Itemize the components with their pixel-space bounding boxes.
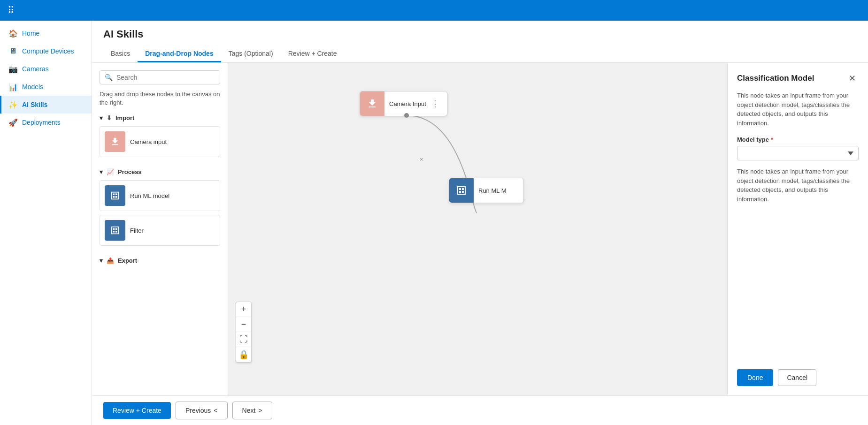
compute-devices-icon: 🖥 <box>9 47 17 55</box>
canvas-area[interactable]: × Camera Input ⋮ Run ML M <box>228 63 727 395</box>
model-type-dropdown[interactable] <box>737 146 859 160</box>
node-group-import: ▾ ⬇ Import Camera input <box>100 114 220 161</box>
sidebar-item-label-deployments: Deployments <box>22 119 61 126</box>
search-box[interactable]: 🔍 <box>100 70 220 84</box>
next-label: Next <box>242 407 256 414</box>
zoom-out-button[interactable]: − <box>236 317 251 332</box>
sidebar-item-compute-devices[interactable]: 🖥 Compute Devices <box>0 42 92 60</box>
right-panel-header: Classification Model ✕ <box>737 72 859 84</box>
canvas-camera-input-dots[interactable]: ⋮ <box>431 99 439 109</box>
camera-input-label: Camera input <box>130 138 167 145</box>
cameras-icon: 📷 <box>9 65 17 73</box>
previous-button[interactable]: Previous < <box>176 402 228 419</box>
sidebar-item-label-cameras: Cameras <box>22 65 49 73</box>
import-group-label: Import <box>115 114 134 121</box>
app-dots-icon: ⠿ <box>8 5 15 16</box>
tab-bar: Basics Drag-and-Drop Nodes Tags (Optiona… <box>103 46 857 62</box>
collapse-import-icon: ▾ <box>100 114 103 121</box>
canvas-node-camera-input[interactable]: Camera Input ⋮ <box>360 91 447 116</box>
canvas-svg: × <box>228 63 727 395</box>
import-group-icon: ⬇ <box>107 114 112 121</box>
drag-hint: Drag and drop these nodes to the canvas … <box>100 90 220 107</box>
canvas-download-icon <box>367 98 378 109</box>
next-button[interactable]: Next > <box>232 402 272 419</box>
canvas-run-ml-icon <box>449 178 474 203</box>
done-button[interactable]: Done <box>737 369 773 386</box>
page-title: AI Skills <box>103 28 857 40</box>
filter-icon <box>110 225 120 235</box>
tab-drag-drop[interactable]: Drag-and-Drop Nodes <box>138 46 221 62</box>
models-icon: 📊 <box>9 83 17 91</box>
panel-footer: Done Cancel <box>737 360 859 386</box>
sidebar-item-label-compute: Compute Devices <box>22 47 74 55</box>
previous-icon: < <box>214 407 217 414</box>
content-area: AI Skills Basics Drag-and-Drop Nodes Tag… <box>92 21 868 425</box>
sidebar-item-ai-skills[interactable]: ✨ AI Skills <box>0 96 92 114</box>
group-header-import[interactable]: ▾ ⬇ Import <box>100 114 220 121</box>
panel-description-2: This node takes an input frame from your… <box>737 167 859 204</box>
node-item-filter[interactable]: Filter <box>100 215 220 246</box>
download-icon <box>110 137 120 147</box>
filter-icon-box <box>105 220 125 241</box>
export-group-label: Export <box>118 257 137 264</box>
camera-input-icon-box <box>105 131 125 152</box>
tab-tags[interactable]: Tags (Optional) <box>221 46 281 62</box>
sidebar-item-label-home: Home <box>22 30 39 37</box>
connection-dot <box>404 113 409 118</box>
zoom-lock-button[interactable]: 🔒 <box>236 347 251 362</box>
sidebar-item-label-models: Models <box>22 83 43 91</box>
filter-label: Filter <box>130 227 144 234</box>
svg-text:×: × <box>420 156 423 163</box>
zoom-fit-button[interactable]: ⛶ <box>236 332 251 347</box>
main-layout: 🏠 Home 🖥 Compute Devices 📷 Cameras 📊 Mod… <box>0 21 868 425</box>
ml-model-icon <box>110 190 120 201</box>
canvas-node-run-ml[interactable]: Run ML M <box>449 178 524 203</box>
search-icon: 🔍 <box>105 74 113 81</box>
right-panel-title: Classification Model <box>737 74 814 83</box>
collapse-process-icon: ▾ <box>100 168 103 175</box>
zoom-in-button[interactable]: + <box>236 302 251 317</box>
node-group-export: ▾ 📤 Export <box>100 257 220 269</box>
zoom-controls: + − ⛶ 🔒 <box>236 302 252 363</box>
workspace: 🔍 Drag and drop these nodes to the canva… <box>92 63 868 395</box>
cancel-button[interactable]: Cancel <box>778 369 816 386</box>
sidebar-item-deployments[interactable]: 🚀 Deployments <box>0 114 92 131</box>
group-header-process[interactable]: ▾ 📈 Process <box>100 168 220 175</box>
deployments-icon: 🚀 <box>9 118 17 127</box>
previous-label: Previous <box>185 407 211 414</box>
next-icon: > <box>258 407 262 414</box>
review-create-button[interactable]: Review + Create <box>103 402 171 419</box>
node-item-camera-input[interactable]: Camera input <box>100 126 220 157</box>
node-item-run-ml-model[interactable]: Run ML model <box>100 180 220 211</box>
panel-description-1: This node takes an input frame from your… <box>737 91 859 128</box>
page-header: AI Skills Basics Drag-and-Drop Nodes Tag… <box>92 21 868 63</box>
required-indicator: * <box>771 136 773 143</box>
export-group-icon: 📤 <box>107 257 114 264</box>
home-icon: 🏠 <box>9 29 17 38</box>
nodes-panel: 🔍 Drag and drop these nodes to the canva… <box>92 63 228 395</box>
close-button[interactable]: ✕ <box>846 72 859 84</box>
sidebar-item-models[interactable]: 📊 Models <box>0 78 92 96</box>
canvas-run-ml-label: Run ML M <box>478 187 506 194</box>
tab-review-create[interactable]: Review + Create <box>281 46 345 62</box>
tab-basics[interactable]: Basics <box>103 46 138 62</box>
canvas-camera-input-label: Camera Input <box>389 100 426 107</box>
run-ml-label: Run ML model <box>130 192 169 199</box>
top-bar: ⠿ <box>0 0 868 21</box>
run-ml-icon-box <box>105 185 125 206</box>
process-group-label: Process <box>118 168 142 175</box>
collapse-export-icon: ▾ <box>100 257 103 264</box>
search-input[interactable] <box>116 74 215 81</box>
process-group-icon: 📈 <box>107 168 114 175</box>
sidebar: 🏠 Home 🖥 Compute Devices 📷 Cameras 📊 Mod… <box>0 21 92 425</box>
ai-skills-icon: ✨ <box>9 100 17 109</box>
sidebar-item-label-ai-skills: AI Skills <box>22 101 47 108</box>
canvas-ml-icon <box>456 185 467 196</box>
bottom-bar: Review + Create Previous < Next > <box>92 395 868 425</box>
right-panel: Classification Model ✕ This node takes a… <box>727 63 868 395</box>
model-type-field-label: Model type* <box>737 136 859 143</box>
group-header-export[interactable]: ▾ 📤 Export <box>100 257 220 264</box>
sidebar-item-cameras[interactable]: 📷 Cameras <box>0 60 92 78</box>
sidebar-item-home[interactable]: 🏠 Home <box>0 24 92 42</box>
node-group-process: ▾ 📈 Process Run ML model <box>100 168 220 250</box>
